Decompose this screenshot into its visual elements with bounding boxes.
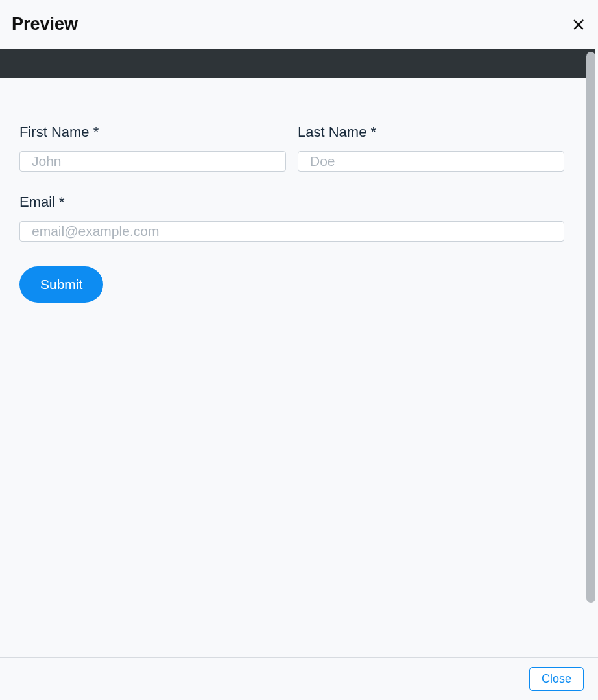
email-group: Email *	[19, 194, 564, 242]
preview-modal: Preview First Name * Last Name *	[0, 0, 598, 700]
close-icon[interactable]	[571, 17, 586, 32]
modal-title: Preview	[12, 14, 78, 34]
close-button[interactable]: Close	[529, 667, 584, 691]
first-name-input[interactable]	[19, 151, 286, 172]
last-name-input[interactable]	[298, 151, 564, 172]
form-row-name: First Name * Last Name *	[19, 90, 564, 172]
modal-footer: Close	[0, 657, 598, 700]
modal-body: First Name * Last Name * Email * Submit	[0, 49, 598, 657]
last-name-group: Last Name *	[298, 124, 564, 172]
form-area: First Name * Last Name * Email * Submit	[0, 78, 584, 303]
first-name-label: First Name *	[19, 124, 286, 141]
last-name-label: Last Name *	[298, 124, 564, 141]
scrollbar-track[interactable]	[586, 52, 595, 655]
email-input[interactable]	[19, 221, 564, 242]
email-label: Email *	[19, 194, 564, 211]
scrollbar-thumb[interactable]	[586, 52, 595, 603]
form-banner	[0, 49, 595, 78]
submit-button[interactable]: Submit	[19, 266, 103, 303]
modal-header: Preview	[0, 0, 598, 49]
first-name-group: First Name *	[19, 124, 286, 172]
